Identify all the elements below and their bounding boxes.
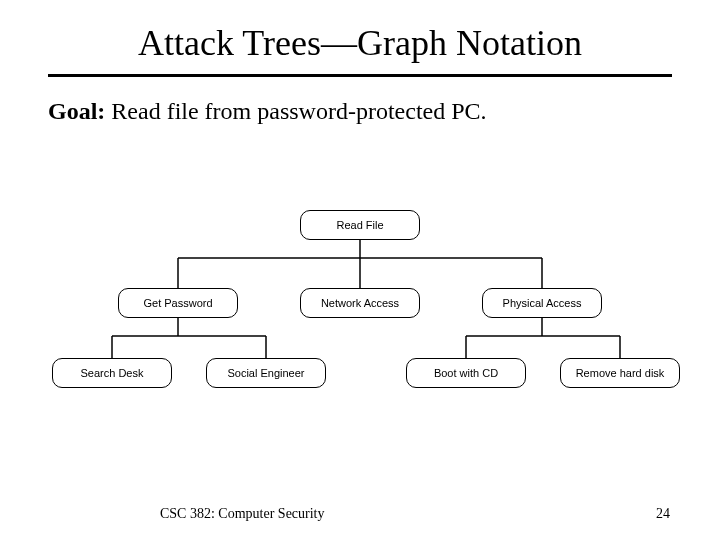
node-remove-hard-disk: Remove hard disk <box>560 358 680 388</box>
title-divider <box>48 74 672 77</box>
goal-label: Goal: <box>48 98 105 124</box>
node-read-file: Read File <box>300 210 420 240</box>
node-network-access: Network Access <box>300 288 420 318</box>
slide: Attack Trees—Graph Notation Goal: Read f… <box>0 0 720 540</box>
goal-line: Goal: Read file from password-protected … <box>48 98 672 125</box>
node-physical-access: Physical Access <box>482 288 602 318</box>
node-social-engineer: Social Engineer <box>206 358 326 388</box>
slide-title: Attack Trees—Graph Notation <box>0 22 720 64</box>
attack-tree: Read File Get Password Network Access Ph… <box>0 210 720 430</box>
node-get-password: Get Password <box>118 288 238 318</box>
tree-connectors <box>0 210 720 430</box>
node-boot-with-cd: Boot with CD <box>406 358 526 388</box>
node-search-desk: Search Desk <box>52 358 172 388</box>
footer-page-number: 24 <box>656 506 670 522</box>
goal-text: Read file from password-protected PC. <box>105 98 486 124</box>
footer-course: CSC 382: Computer Security <box>160 506 325 522</box>
